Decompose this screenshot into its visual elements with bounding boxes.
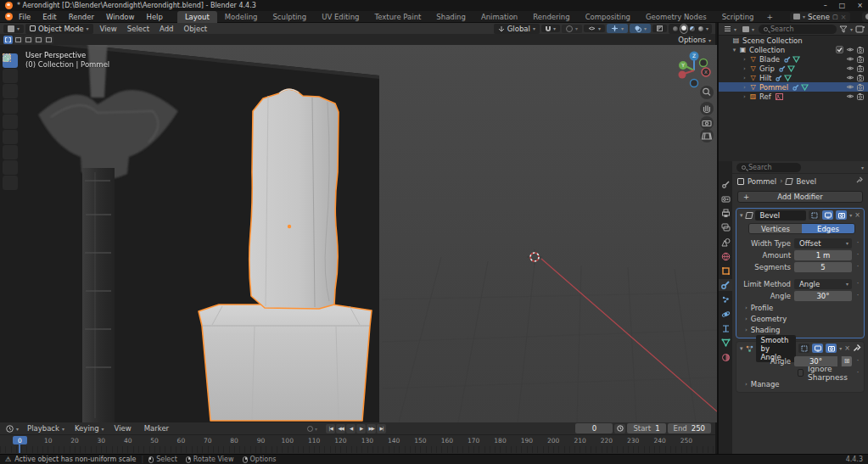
workspace-tab[interactable]: Animation [473, 11, 525, 23]
mode-selector[interactable]: Object Mode ▾ [25, 24, 93, 34]
toggle-render-display[interactable] [826, 344, 837, 353]
outliner-row[interactable]: › ▽ Grip [719, 64, 868, 73]
menubar-item[interactable]: Render [63, 13, 100, 21]
transport-button[interactable]: ◀◀ [336, 424, 345, 433]
ignore-sharpness-checkbox[interactable] [798, 369, 804, 377]
tool-add-primitive[interactable] [3, 176, 18, 190]
add-workspace-button[interactable]: + [761, 12, 778, 22]
amount-slider[interactable]: 1 m [794, 250, 852, 260]
timeline-ruler[interactable]: 1020304050607080901001101201301401501601… [0, 435, 715, 453]
tab-modifiers[interactable] [719, 279, 732, 291]
hide-eye-toggle[interactable] [846, 47, 854, 53]
animate-dot[interactable]: · [855, 292, 860, 299]
tool-measure[interactable] [3, 160, 18, 175]
disable-render-toggle[interactable] [857, 84, 865, 91]
select-mode-button[interactable] [14, 36, 23, 44]
toggle-edit-mode-display[interactable] [809, 210, 820, 220]
viewport-menu-item[interactable]: Object [178, 25, 212, 33]
disable-render-toggle[interactable] [857, 75, 865, 81]
animate-dot[interactable]: · [855, 357, 860, 365]
subpanel-header[interactable]: ›Geometry [736, 313, 864, 324]
timeline-editor-selector[interactable]: ▾ [4, 425, 20, 433]
collapse-icon[interactable]: ▾ [740, 212, 743, 219]
options-dropdown[interactable]: Options ▾ [678, 36, 711, 44]
menubar-item[interactable]: Help [140, 13, 168, 21]
tab-tool[interactable] [719, 178, 732, 190]
subpanel-header[interactable]: ›Shading [736, 324, 864, 335]
snapping-toggle[interactable]: ▾ [541, 25, 560, 32]
tab-output[interactable] [719, 207, 732, 219]
workspace-tab[interactable]: Layout [177, 11, 217, 23]
workspace-tab[interactable]: Rendering [525, 11, 577, 23]
animate-dot[interactable]: · [855, 251, 860, 259]
tool-transform[interactable] [3, 130, 18, 144]
tool-move[interactable] [3, 84, 18, 98]
hide-eye-toggle[interactable] [846, 84, 854, 90]
playhead[interactable]: 0 [13, 436, 27, 444]
expander-icon[interactable]: › [741, 75, 748, 81]
menubar-item[interactable]: Edit [36, 13, 62, 21]
tool-annotate[interactable] [3, 145, 18, 159]
hide-eye-toggle[interactable] [846, 65, 854, 71]
transport-button[interactable]: ▶ [356, 424, 366, 433]
tab-world[interactable] [719, 250, 732, 262]
remove-modifier-icon[interactable]: × [844, 344, 850, 352]
shading-material-button[interactable] [689, 25, 696, 32]
modifier-name-field[interactable]: Bevel [755, 210, 807, 221]
workspace-tab[interactable]: Modeling [217, 11, 266, 23]
subpanel-header[interactable]: ›Profile [736, 302, 864, 313]
pin-icon[interactable] [855, 176, 863, 186]
workspace-tab[interactable]: Scripting [714, 11, 762, 23]
limit-method-dropdown[interactable]: Angle ▾ [794, 279, 852, 289]
minimize-button[interactable]: – [824, 2, 827, 9]
tab-view-layer[interactable] [719, 221, 732, 233]
width-type-dropdown[interactable]: Offset ▾ [794, 238, 852, 249]
blender-menu-icon[interactable] [5, 13, 13, 20]
toggle-edit-mode-display[interactable] [798, 344, 809, 353]
disable-render-toggle[interactable] [857, 93, 865, 100]
animate-dot[interactable]: · [855, 369, 860, 377]
viewport-menu-item[interactable]: View [95, 25, 122, 33]
playhead-line[interactable] [19, 444, 20, 453]
breadcrumb-modifier[interactable]: Bevel [796, 177, 816, 186]
menubar-item[interactable]: Window [100, 13, 141, 21]
workspace-tab[interactable]: UV Editing [314, 11, 367, 23]
filter-icon[interactable] [839, 25, 848, 33]
viewlayer-selector[interactable]: ▾ ViewLayer ▢ × [862, 12, 868, 22]
bevel-panel-header[interactable]: ▾ Bevel ▾ × [736, 209, 864, 221]
viewport-3d[interactable]: ▾ Object Mode ▾ ViewSelectAddObject Glob… [0, 23, 717, 422]
segments-slider[interactable]: 5 [794, 262, 852, 272]
unlink-scene-icon[interactable]: × [841, 13, 847, 21]
frame-start-field[interactable]: Start 1 [627, 423, 665, 433]
hide-eye-toggle[interactable] [846, 56, 854, 62]
extras-dropdown-icon[interactable]: ▾ [839, 345, 842, 351]
expander-icon[interactable]: › [741, 93, 748, 100]
tool-rotate[interactable] [3, 99, 18, 114]
transform-orientation-selector[interactable]: Global ▾ [494, 24, 540, 34]
animate-dot[interactable]: · [855, 263, 860, 271]
viewport-menu-item[interactable]: Select [122, 25, 154, 33]
scene-selector[interactable]: ▾ Scene ▢ × [790, 12, 850, 22]
tab-material[interactable] [719, 351, 732, 363]
select-mode-button[interactable] [44, 36, 53, 44]
auto-keying-toggle[interactable] [307, 426, 313, 432]
timeline-menu-item[interactable]: Playback▾ [22, 424, 70, 433]
new-collection-icon[interactable] [855, 25, 865, 33]
disable-render-toggle[interactable] [857, 47, 865, 53]
toggle-realtime-display[interactable] [822, 210, 833, 220]
remove-modifier-icon[interactable]: × [854, 211, 860, 219]
animate-dot[interactable]: · [855, 239, 860, 247]
hide-eye-toggle[interactable] [846, 93, 854, 99]
transport-button[interactable]: ▶▶ [367, 424, 376, 433]
workspace-tab[interactable]: Sculpting [265, 11, 314, 23]
outliner-row[interactable]: › ▨ Ref [719, 92, 868, 101]
smooth-angle-slider[interactable]: 30° [794, 356, 837, 366]
close-button[interactable]: × [857, 2, 863, 9]
select-mode-button[interactable] [3, 36, 13, 44]
tab-render[interactable] [719, 193, 732, 204]
gizmos-dropdown[interactable]: ▾ [607, 24, 628, 33]
select-mode-button[interactable] [34, 36, 43, 44]
tab-particles[interactable] [719, 293, 732, 305]
tab-scene[interactable] [719, 236, 732, 248]
proportional-edit-toggle[interactable]: ▾ [562, 25, 582, 33]
